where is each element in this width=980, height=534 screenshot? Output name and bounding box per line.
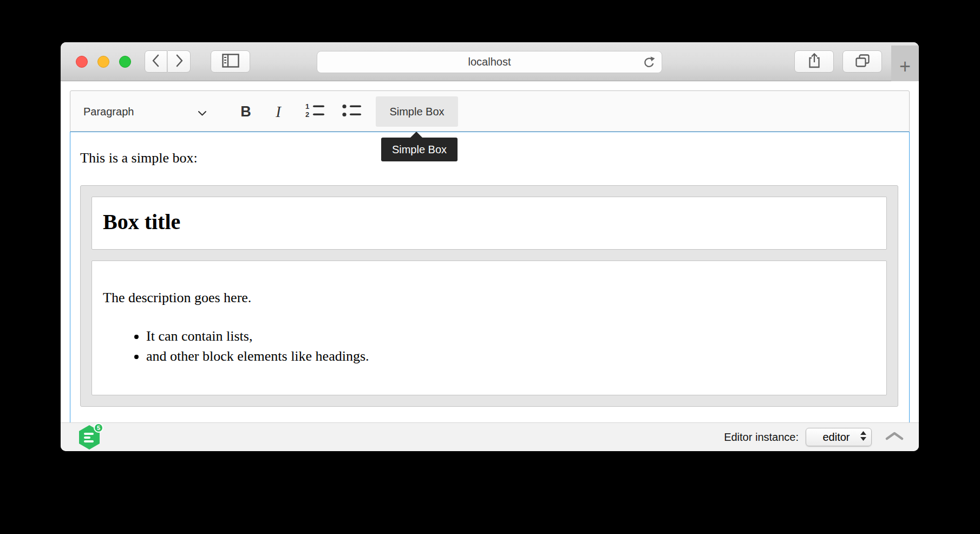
simple-box-button[interactable]: Simple Box <box>376 96 458 127</box>
numbered-list-button[interactable]: 1 2 <box>299 96 331 127</box>
tabs-icon <box>855 54 870 70</box>
minimize-window-button[interactable] <box>97 56 109 68</box>
list-item: It can contain lists, <box>146 326 876 346</box>
tooltip-text: Simple Box <box>392 144 447 156</box>
back-icon <box>151 54 161 70</box>
browser-titlebar: localhost <box>61 42 919 81</box>
bold-icon: B <box>240 103 251 120</box>
simple-box-title: Box title <box>103 209 876 235</box>
simple-box-description-area[interactable]: The description goes here. It can contai… <box>92 261 887 395</box>
inspector-bar: 5 Editor instance: editor <box>61 422 919 451</box>
numbered-list-icon: 1 2 <box>305 102 325 121</box>
safari-window: localhost <box>61 42 919 451</box>
heading-dropdown[interactable]: Paragraph <box>77 96 213 127</box>
sidebar-toggle-button[interactable] <box>211 50 250 73</box>
forward-icon <box>174 54 184 70</box>
intro-paragraph: This is a simple box: <box>80 148 899 168</box>
inspector-toggle-button[interactable] <box>885 431 904 443</box>
editor-editable-area[interactable]: This is a simple box: Box title The desc… <box>70 132 910 422</box>
simple-box-tooltip: Simple Box <box>381 138 458 161</box>
new-tab-button[interactable]: + <box>891 45 919 81</box>
description-paragraph: The description goes here. <box>103 288 876 308</box>
forward-button[interactable] <box>168 50 191 73</box>
heading-dropdown-value: Paragraph <box>83 106 134 118</box>
back-button[interactable] <box>145 50 167 73</box>
list-item: and other block elements like headings. <box>146 346 876 366</box>
bold-button[interactable]: B <box>231 96 261 127</box>
chevron-up-icon <box>885 431 904 443</box>
svg-text:1: 1 <box>305 102 309 110</box>
address-text: localhost <box>468 56 511 68</box>
ckeditor-logo-icon: 5 <box>77 425 101 450</box>
share-button[interactable] <box>794 50 834 73</box>
italic-icon: I <box>276 103 281 121</box>
editor-instance-select[interactable]: editor <box>806 428 872 446</box>
editor-toolbar: Paragraph B I 1 2 <box>70 90 910 132</box>
page-viewport: Paragraph B I 1 2 <box>61 82 919 422</box>
editor-instance-value: editor <box>813 431 860 444</box>
sidebar-icon <box>222 54 239 70</box>
logo-version-badge: 5 <box>94 423 103 433</box>
bulleted-list-button[interactable] <box>336 96 368 127</box>
zoom-window-button[interactable] <box>119 56 131 68</box>
chevron-down-icon <box>198 109 207 119</box>
editor-instance-label: Editor instance: <box>724 431 799 444</box>
simple-box-widget[interactable]: Box title The description goes here. It … <box>80 185 898 407</box>
tabs-overview-button[interactable] <box>842 50 882 73</box>
close-window-button[interactable] <box>76 56 88 68</box>
svg-text:2: 2 <box>305 110 309 119</box>
reload-button[interactable] <box>642 56 656 72</box>
description-list: It can contain lists, and other block el… <box>103 326 876 366</box>
address-bar[interactable]: localhost <box>317 51 662 73</box>
italic-button[interactable]: I <box>263 96 293 127</box>
plus-icon: + <box>899 55 911 78</box>
bulleted-list-icon <box>342 102 362 121</box>
simple-box-button-label: Simple Box <box>389 106 444 118</box>
simple-box-title-area[interactable]: Box title <box>92 197 887 250</box>
select-arrows-icon <box>860 431 867 444</box>
share-icon <box>808 53 821 71</box>
